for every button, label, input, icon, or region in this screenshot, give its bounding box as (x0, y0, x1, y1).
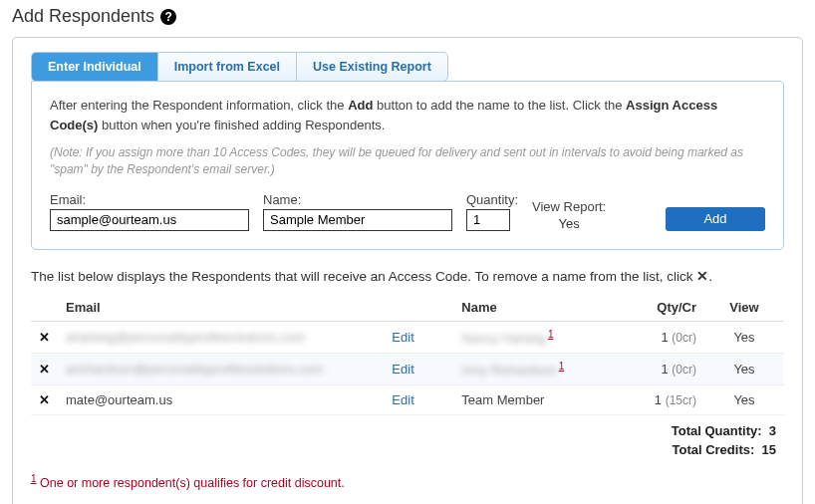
tab-body: After entering the Respondent informatio… (31, 81, 784, 250)
help-icon[interactable]: ? (160, 9, 176, 25)
list-intro-text: The list below displays the Respondents … (31, 269, 696, 284)
name-input[interactable] (263, 209, 452, 231)
remove-row-icon[interactable]: ✕ (39, 330, 50, 345)
spam-note: (Note: If you assign more than 10 Access… (50, 144, 765, 178)
tabs: Enter Individual Import from Excel Use E… (31, 52, 448, 82)
totals: Total Quantity: 3 Total Credits: 15 (31, 415, 784, 459)
page-title-text: Add Respondents (12, 6, 154, 27)
quantity-label: Quantity: (466, 192, 518, 207)
edit-link[interactable]: Edit (392, 362, 413, 377)
row-name: Nancy Hartwig (461, 331, 546, 346)
name-label: Name: (263, 192, 452, 207)
footnote-ref: 1 (548, 329, 554, 340)
footnote: 1 One or more respondent(s) qualifies fo… (31, 473, 784, 490)
quantity-input[interactable] (466, 209, 510, 231)
col-email: Email (58, 294, 384, 322)
instr-text: button to add the name to the list. Clic… (373, 98, 626, 113)
col-qty: Qty/Cr (595, 294, 704, 322)
instr-text: After entering the Respondent informatio… (50, 98, 348, 113)
row-name: Amy Richardson (461, 363, 556, 378)
page-title: Add Respondents ? (12, 0, 803, 37)
edit-link[interactable]: Edit (392, 392, 413, 407)
total-credits-value: 15 (762, 442, 776, 457)
instr-bold-add: Add (348, 98, 373, 113)
row-name: Team Member (461, 392, 544, 407)
row-credits: (15cr) (666, 393, 696, 407)
remove-x-icon: ✕ (696, 269, 708, 284)
respondent-form: Email: Name: Quantity: View Report: Yes … (50, 192, 765, 231)
row-view: Yes (733, 330, 754, 345)
tab-use-existing-report[interactable]: Use Existing Report (297, 53, 447, 81)
email-label: Email: (50, 192, 249, 207)
row-credits: (0cr) (672, 363, 696, 377)
view-report-value: Yes (532, 214, 606, 231)
respondents-table: Email Name Qty/Cr View ✕ahartwig@persona… (31, 294, 784, 416)
list-intro: The list below displays the Respondents … (31, 268, 784, 284)
list-intro-text: . (708, 269, 712, 284)
email-input[interactable] (50, 209, 249, 231)
row-qty: 1 (661, 330, 668, 345)
tab-import-excel[interactable]: Import from Excel (158, 53, 297, 81)
instr-text: button when you're finished adding Respo… (98, 118, 385, 132)
row-qty: 1 (661, 362, 668, 377)
col-name: Name (453, 294, 595, 322)
add-button[interactable]: Add (666, 207, 765, 231)
col-view: View (704, 294, 784, 322)
row-view: Yes (733, 392, 754, 407)
total-qty-label: Total Quantity: (672, 423, 762, 438)
row-email: ahartwig@personalityprofilesolutions.com (66, 330, 305, 345)
footnote-marker: 1 (31, 473, 37, 484)
footnote-ref: 1 (559, 361, 565, 372)
row-view: Yes (733, 362, 754, 377)
total-qty-value: 3 (769, 423, 776, 438)
edit-link[interactable]: Edit (392, 330, 413, 345)
footnote-text: One or more respondent(s) qualifies for … (40, 476, 345, 490)
row-email: mate@ourteam.us (66, 392, 172, 407)
row-qty: 1 (655, 392, 662, 407)
table-row: ✕arichardson@personalityprofilesolutions… (31, 353, 784, 384)
remove-row-icon[interactable]: ✕ (39, 362, 50, 377)
view-report-label: View Report: (532, 199, 606, 214)
row-email: arichardson@personalityprofilesolutions.… (66, 362, 324, 377)
row-credits: (0cr) (672, 331, 696, 345)
table-row: ✕mate@ourteam.usEditTeam Member1 (15cr)Y… (31, 385, 784, 415)
instructions: After entering the Respondent informatio… (50, 96, 765, 134)
table-row: ✕ahartwig@personalityprofilesolutions.co… (31, 321, 784, 353)
remove-row-icon[interactable]: ✕ (39, 392, 50, 407)
main-panel: Enter Individual Import from Excel Use E… (12, 37, 803, 504)
total-credits-label: Total Credits: (672, 442, 754, 457)
tab-enter-individual[interactable]: Enter Individual (32, 53, 158, 81)
